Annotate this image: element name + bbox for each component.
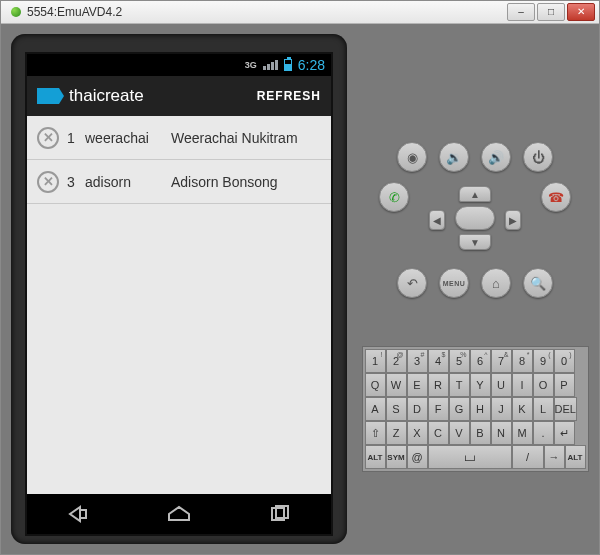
key-m[interactable]: M xyxy=(512,421,533,445)
key-x[interactable]: X xyxy=(407,421,428,445)
key-w[interactable]: W xyxy=(386,373,407,397)
emulator-body: 3G 6:28 thaicreate REFRESH ✕ 1 weera xyxy=(1,24,599,554)
key-h[interactable]: H xyxy=(470,397,491,421)
key-sym[interactable]: SYM xyxy=(386,445,407,469)
row-fullname: Adisorn Bonsong xyxy=(171,174,321,190)
key-4[interactable]: 4$ xyxy=(428,349,449,373)
app-title: thaicreate xyxy=(69,86,247,106)
key-3[interactable]: 3# xyxy=(407,349,428,373)
key-c[interactable]: C xyxy=(428,421,449,445)
key-↵[interactable]: ↵ xyxy=(554,421,575,445)
key-d[interactable]: D xyxy=(407,397,428,421)
key-0[interactable]: 0) xyxy=(554,349,575,373)
refresh-button[interactable]: REFRESH xyxy=(257,89,321,103)
key-o[interactable]: O xyxy=(533,373,554,397)
call-button[interactable]: ✆ xyxy=(379,182,409,212)
window-buttons: – □ ✕ xyxy=(507,3,595,21)
key-u[interactable]: U xyxy=(491,373,512,397)
record-list[interactable]: ✕ 1 weerachai Weerachai Nukitram ✕ 3 adi… xyxy=(27,116,331,494)
app-bar: thaicreate REFRESH xyxy=(27,76,331,116)
dpad-up[interactable]: ▲ xyxy=(459,186,491,202)
key-@[interactable]: @ xyxy=(407,445,428,469)
hardware-controls: ◉ 🔉 🔊 ⏻ ✆ ▲ ▼ ◀ ▶ ☎ ↶ MENU ⌂ xyxy=(361,34,589,544)
key-i[interactable]: I xyxy=(512,373,533,397)
signal-icon xyxy=(263,60,278,70)
system-nav-bar xyxy=(27,494,331,534)
android-icon xyxy=(11,7,21,17)
key-y[interactable]: Y xyxy=(470,373,491,397)
end-call-button[interactable]: ☎ xyxy=(541,182,571,212)
volume-up-button[interactable]: 🔊 xyxy=(481,142,511,172)
close-button[interactable]: ✕ xyxy=(567,3,595,21)
hw-back-button[interactable]: ↶ xyxy=(397,268,427,298)
dpad: ▲ ▼ ◀ ▶ xyxy=(415,186,535,250)
delete-icon[interactable]: ✕ xyxy=(37,127,59,149)
key-f[interactable]: F xyxy=(428,397,449,421)
key-2[interactable]: 2@ xyxy=(386,349,407,373)
nav-recent-icon[interactable] xyxy=(266,504,294,524)
dpad-center[interactable] xyxy=(455,206,495,230)
key-t[interactable]: T xyxy=(449,373,470,397)
delete-icon[interactable]: ✕ xyxy=(37,171,59,193)
key-9[interactable]: 9( xyxy=(533,349,554,373)
hw-menu-button[interactable]: MENU xyxy=(439,268,469,298)
key-j[interactable]: J xyxy=(491,397,512,421)
window-titlebar[interactable]: 5554:EmuAVD4.2 – □ ✕ xyxy=(1,1,599,24)
status-clock: 6:28 xyxy=(298,57,325,73)
key-p[interactable]: P xyxy=(554,373,575,397)
hw-home-button[interactable]: ⌂ xyxy=(481,268,511,298)
key-a[interactable]: A xyxy=(365,397,386,421)
key-r[interactable]: R xyxy=(428,373,449,397)
volume-down-button[interactable]: 🔉 xyxy=(439,142,469,172)
hw-search-button[interactable]: 🔍 xyxy=(523,268,553,298)
key-.[interactable]: . xyxy=(533,421,554,445)
dpad-down[interactable]: ▼ xyxy=(459,234,491,250)
battery-icon xyxy=(284,59,292,71)
key-8[interactable]: 8* xyxy=(512,349,533,373)
row-id: 3 xyxy=(67,174,85,190)
key-s[interactable]: S xyxy=(386,397,407,421)
key-k[interactable]: K xyxy=(512,397,533,421)
app-icon[interactable] xyxy=(37,88,59,104)
row-fullname: Weerachai Nukitram xyxy=(171,130,321,146)
camera-button[interactable]: ◉ xyxy=(397,142,427,172)
key-6[interactable]: 6^ xyxy=(470,349,491,373)
key-b[interactable]: B xyxy=(470,421,491,445)
key-del[interactable]: DEL xyxy=(554,397,577,421)
key-z[interactable]: Z xyxy=(386,421,407,445)
key-/[interactable]: / xyxy=(512,445,544,469)
window-title: 5554:EmuAVD4.2 xyxy=(27,5,507,19)
device-frame: 3G 6:28 thaicreate REFRESH ✕ 1 weera xyxy=(11,34,347,544)
hardware-keyboard: 1!2@3#4$5%6^7&8*9(0) QWERTYUIOP ASDFGHJK… xyxy=(362,346,589,472)
device-screen: 3G 6:28 thaicreate REFRESH ✕ 1 weera xyxy=(25,52,333,536)
network-3g-label: 3G xyxy=(245,60,257,70)
dpad-right[interactable]: ▶ xyxy=(505,210,521,230)
list-item[interactable]: ✕ 1 weerachai Weerachai Nukitram xyxy=(27,116,331,160)
row-username: weerachai xyxy=(85,130,171,146)
key-→[interactable]: → xyxy=(544,445,565,469)
key-e[interactable]: E xyxy=(407,373,428,397)
key-7[interactable]: 7& xyxy=(491,349,512,373)
row-id: 1 xyxy=(67,130,85,146)
power-button[interactable]: ⏻ xyxy=(523,142,553,172)
maximize-button[interactable]: □ xyxy=(537,3,565,21)
key-v[interactable]: V xyxy=(449,421,470,445)
nav-back-icon[interactable] xyxy=(64,504,92,524)
dpad-left[interactable]: ◀ xyxy=(429,210,445,230)
key-space[interactable]: ⌴ xyxy=(428,445,512,469)
status-bar[interactable]: 3G 6:28 xyxy=(27,54,331,76)
nav-home-icon[interactable] xyxy=(165,504,193,524)
minimize-button[interactable]: – xyxy=(507,3,535,21)
key-5[interactable]: 5% xyxy=(449,349,470,373)
key-1[interactable]: 1! xyxy=(365,349,386,373)
emulator-window: 5554:EmuAVD4.2 – □ ✕ 3G 6:28 thaicreate xyxy=(0,0,600,555)
key-⇧[interactable]: ⇧ xyxy=(365,421,386,445)
key-l[interactable]: L xyxy=(533,397,554,421)
key-q[interactable]: Q xyxy=(365,373,386,397)
list-item[interactable]: ✕ 3 adisorn Adisorn Bonsong xyxy=(27,160,331,204)
key-alt[interactable]: ALT xyxy=(365,445,386,469)
key-alt[interactable]: ALT xyxy=(565,445,586,469)
key-n[interactable]: N xyxy=(491,421,512,445)
key-g[interactable]: G xyxy=(449,397,470,421)
row-username: adisorn xyxy=(85,174,171,190)
